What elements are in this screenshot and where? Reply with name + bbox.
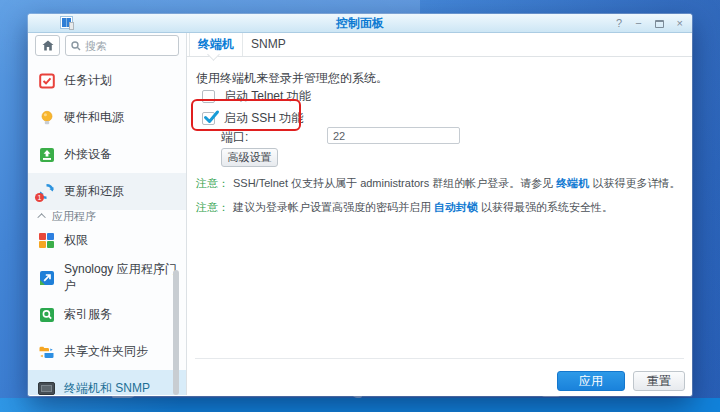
window-title: 控制面板 [336,15,384,32]
folder-sync-icon [38,343,55,360]
sidebar-item-task-scheduler[interactable]: 任务计划 [28,62,186,99]
telnet-checkbox-label[interactable]: 启动 Telnet 功能 [224,88,311,105]
sidebar-item-label: 更新和还原 [64,183,124,200]
sidebar-item-label: Synology 应用程序门户 [64,261,186,295]
note-label: 注意： [196,201,229,213]
chevron-up-icon [37,213,45,221]
lightbulb-icon [38,109,55,126]
main-panel: 终端机 SNMP 使用终端机来登录并管理您的系统。 启动 Telnet 功能 [187,33,692,395]
sidebar-item-hardware-power[interactable]: 硬件和电源 [28,99,186,136]
update-badge: 1 [35,193,44,202]
sidebar-item-label: 硬件和电源 [64,109,124,126]
search-icon [71,41,81,51]
terminal-link[interactable]: 终端机 [556,177,589,189]
help-icon[interactable]: ? [616,18,622,29]
note-label: 注意： [196,177,229,189]
control-panel-window: 控制面板 ? − × [28,14,692,396]
note-text: 以获得更多详情。 [589,177,680,189]
sidebar-item-shared-folder-sync[interactable]: 共享文件夹同步 [28,333,186,370]
terminal-icon [38,380,55,395]
sidebar-section-label: 应用程序 [52,209,96,224]
note-text: 建议为登录帐户设置高强度的密码并启用 [233,201,434,213]
window-controls: ? − × [616,14,683,33]
sidebar-scrollbar[interactable] [173,270,179,395]
advanced-settings-button[interactable]: 高级设置 [221,148,278,167]
sidebar-item-label: 外接设备 [64,146,112,163]
note-ssh-admins: 注意：SSH/Telnet 仅支持从属于 administrators 群组的帐… [196,176,680,191]
ssh-checkbox[interactable] [202,112,215,125]
minimize-icon[interactable]: − [635,18,641,29]
sidebar-item-label: 任务计划 [64,72,112,89]
ssh-checkbox-label[interactable]: 启动 SSH 功能 [224,110,303,127]
port-input[interactable] [327,127,460,144]
search-box[interactable] [65,35,179,56]
indexing-icon [38,306,55,323]
privileges-icon [38,232,55,249]
auto-block-link[interactable]: 自动封锁 [434,201,478,213]
tab-bar: 终端机 SNMP [187,33,692,57]
external-device-icon [38,146,55,163]
taskbar[interactable] [0,398,720,412]
desktop: 控制面板 ? − × [0,0,720,412]
note-strong-password: 注意：建议为登录帐户设置高强度的密码并启用 自动封锁 以获得最强的系统安全性。 [196,200,613,215]
search-input[interactable] [85,40,155,52]
sidebar-item-privileges[interactable]: 权限 [28,222,186,259]
sidebar-list: 任务计划 硬件和电源 [28,62,186,395]
home-icon [42,40,54,51]
footer-separator [195,358,684,359]
port-label: 端口: [221,129,248,146]
home-button[interactable] [35,35,60,56]
sidebar-section-applications[interactable]: 应用程序 [28,210,186,222]
sidebar-item-label: 权限 [64,232,88,249]
telnet-checkbox-row: 启动 Telnet 功能 [202,88,311,105]
note-text: 以获得最强的系统安全性。 [478,201,613,213]
titlebar[interactable]: 控制面板 ? − × [28,14,692,33]
reset-button[interactable]: 重置 [633,371,685,391]
sidebar-item-update-restore[interactable]: 1 更新和还原 [28,173,186,210]
control-panel-icon [61,17,74,30]
footer-buttons: 应用 重置 [557,371,685,391]
note-text: SSH/Telnet 仅支持从属于 administrators 群组的帐户登录… [233,177,556,189]
sidebar-item-label: 索引服务 [64,306,112,323]
sidebar-item-external-devices[interactable]: 外接设备 [28,136,186,173]
tab-snmp[interactable]: SNMP [242,33,294,56]
close-icon[interactable]: × [677,18,683,29]
sidebar-item-label: 终端机和 SNMP [64,380,150,395]
page-description: 使用终端机来登录并管理您的系统。 [196,70,388,87]
maximize-icon[interactable] [655,20,664,28]
apply-button[interactable]: 应用 [557,371,625,391]
sidebar-item-terminal-snmp[interactable]: 终端机和 SNMP [28,370,186,395]
ssh-checkbox-row: 启动 SSH 功能 [202,110,303,127]
task-scheduler-icon [38,72,55,89]
sidebar: 任务计划 硬件和电源 [28,33,187,395]
telnet-checkbox[interactable] [202,90,215,103]
sidebar-item-indexing-service[interactable]: 索引服务 [28,296,186,333]
check-icon [203,109,220,126]
sidebar-item-application-portal[interactable]: Synology 应用程序门户 [28,259,186,296]
sidebar-item-label: 共享文件夹同步 [64,343,148,360]
update-restore-icon: 1 [38,183,55,200]
app-portal-icon [38,269,55,286]
